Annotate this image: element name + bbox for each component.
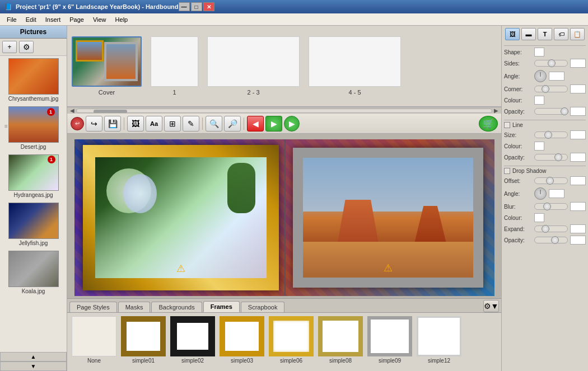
size-slider-thumb[interactable] — [544, 131, 552, 139]
list-item[interactable]: 1 Hydrangeas.jpg — [2, 154, 64, 198]
sidebar-scroll-up[interactable]: ▲ — [0, 352, 67, 361]
list-item[interactable]: 1 ≡ Desert.jpg — [2, 106, 64, 150]
scrollbar-thumb[interactable] — [94, 110, 127, 113]
page-divider — [284, 139, 286, 296]
page-thumb-4-5[interactable]: 4 - 5 — [309, 36, 401, 96]
opacity2-slider[interactable] — [534, 154, 568, 161]
frame-none[interactable]: None — [72, 316, 116, 364]
rt-text-tool[interactable]: T — [538, 28, 552, 40]
angle-knob[interactable] — [534, 70, 547, 82]
cart-button[interactable]: 🛒 — [479, 116, 498, 132]
tab-settings-button[interactable]: ⚙▼ — [483, 300, 499, 312]
page-thumb-1[interactable]: 1 — [151, 36, 198, 96]
dropshadow-checkbox[interactable] — [504, 168, 510, 174]
blur-slider-thumb[interactable] — [543, 203, 551, 210]
menu-page[interactable]: Page — [65, 15, 88, 24]
offset-slider[interactable] — [534, 177, 568, 184]
sides-slider-thumb[interactable] — [548, 59, 556, 67]
frame-simple12[interactable]: simple12 — [417, 316, 461, 364]
frame-simple01[interactable]: simple01 — [121, 316, 166, 364]
tab-scrapbook[interactable]: Scrapbook — [241, 302, 285, 312]
redo-button[interactable]: ↪ — [86, 116, 102, 132]
colour-row: Colour: — [504, 96, 586, 105]
shape-label: Shape: — [504, 49, 532, 55]
separator — [124, 118, 124, 130]
corner-slider[interactable] — [534, 86, 568, 92]
frame-s12-img — [417, 316, 461, 356]
size-slider[interactable] — [534, 132, 568, 138]
tab-page-styles[interactable]: Page Styles — [69, 302, 117, 312]
opacity3-row: Opacity: — [504, 236, 586, 245]
list-item[interactable]: Jellyfish.jpg — [2, 203, 64, 246]
canvas-area[interactable]: ⚠ — [74, 139, 494, 296]
line-checkbox[interactable] — [504, 122, 510, 128]
tab-masks[interactable]: Masks — [118, 302, 151, 312]
shape-color[interactable] — [534, 48, 544, 57]
page-thumb-cover[interactable]: Cover — [72, 36, 142, 96]
rt-clipboard-tool[interactable]: 📋 — [570, 28, 585, 40]
expand-slider[interactable] — [534, 226, 568, 232]
frame-simple08[interactable]: simple08 — [318, 316, 363, 364]
frame-simple02[interactable]: simple02 — [170, 316, 215, 364]
prev-page-button[interactable]: ◀ — [247, 116, 264, 132]
blur-slider[interactable] — [534, 203, 568, 210]
frame-left[interactable]: ⚠ — [83, 145, 279, 290]
close-button[interactable]: ✕ — [203, 2, 214, 11]
page-strip: Cover 1 2 - 3 4 - 5 — [67, 26, 501, 107]
frame-simple03[interactable]: simple03 — [220, 316, 264, 364]
angle-row: Angle: — [504, 70, 586, 82]
page-thumb-2-3[interactable]: 2 - 3 — [207, 36, 300, 96]
opacity3-slider-thumb[interactable] — [551, 236, 559, 244]
list-item[interactable]: Chrysanthemum.jpg — [2, 58, 64, 102]
scroll-left-arrow[interactable]: ◀ — [68, 107, 76, 114]
colour-swatch[interactable] — [534, 96, 544, 105]
scrollbar-track[interactable] — [76, 109, 492, 113]
colour3-swatch[interactable] — [534, 213, 544, 222]
text-button[interactable]: Aa — [146, 116, 162, 132]
menu-help[interactable]: Help — [111, 15, 133, 24]
frame-right[interactable]: ⚠ — [293, 148, 483, 288]
frame-simple06[interactable]: simple06 — [269, 316, 314, 364]
edit-button[interactable]: ✎ — [183, 116, 199, 132]
opacity2-slider-thumb[interactable] — [554, 153, 562, 161]
picture-settings-button[interactable]: ⚙ — [19, 41, 34, 53]
opacity3-slider[interactable] — [534, 237, 568, 243]
opacity-slider[interactable] — [534, 108, 568, 115]
rt-image-tool[interactable]: 🖼 — [505, 28, 520, 40]
sides-slider[interactable] — [534, 60, 568, 67]
undo-button[interactable]: ↩ — [71, 117, 84, 130]
add-photo-button[interactable]: 🖼 — [127, 116, 144, 132]
zoom-in-button[interactable]: 🔍 — [206, 116, 222, 132]
menu-insert[interactable]: Insert — [41, 15, 66, 24]
template-button[interactable]: ⊞ — [164, 116, 181, 132]
page-scrollbar[interactable]: ◀ ▶ — [67, 107, 501, 114]
sidebar-scroll-down[interactable]: ▼ — [0, 361, 67, 371]
expand-slider-thumb[interactable] — [542, 225, 549, 233]
picture-label: Desert.jpg — [2, 144, 64, 150]
offset-slider-thumb[interactable] — [546, 177, 554, 185]
tab-backgrounds[interactable]: Backgrounds — [151, 302, 202, 312]
corner-slider-thumb[interactable] — [542, 85, 549, 93]
frame-s09-img — [367, 316, 412, 356]
zoom-out-button[interactable]: 🔎 — [224, 116, 241, 132]
next-page-button[interactable]: ▶ — [265, 116, 282, 132]
colour2-swatch[interactable] — [534, 142, 544, 151]
minimize-button[interactable]: — — [179, 2, 190, 11]
add-picture-button[interactable]: + — [2, 41, 17, 53]
sides-value — [570, 59, 586, 68]
list-item[interactable]: Koala.jpg — [2, 251, 64, 294]
angle2-knob[interactable] — [534, 187, 547, 200]
menu-view[interactable]: View — [88, 15, 111, 24]
save-button[interactable]: 💾 — [104, 116, 121, 132]
play-button[interactable]: ▶ — [284, 116, 300, 132]
scroll-right-arrow[interactable]: ▶ — [492, 107, 500, 114]
tab-frames[interactable]: Frames — [203, 301, 240, 312]
menu-edit[interactable]: Edit — [21, 15, 41, 24]
rt-tag-tool[interactable]: 🏷 — [554, 28, 568, 40]
opacity-slider-thumb[interactable] — [561, 107, 568, 115]
frame-simple09[interactable]: simple09 — [367, 316, 412, 364]
maximize-button[interactable]: □ — [191, 2, 202, 11]
menu-file[interactable]: File — [2, 15, 21, 24]
rt-shape-tool[interactable]: ▬ — [521, 28, 536, 40]
angle-value — [549, 72, 564, 81]
